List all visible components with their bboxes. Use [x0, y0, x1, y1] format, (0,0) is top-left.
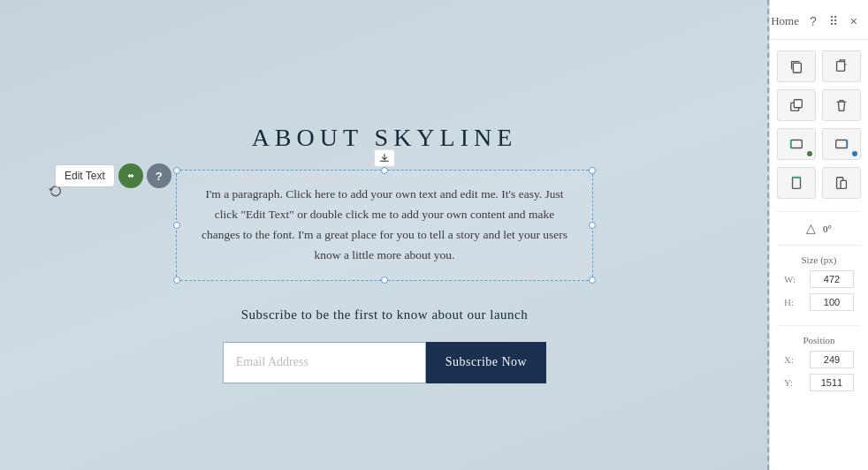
angle-row: △ 0° [777, 221, 861, 236]
panel-divider-1 [777, 211, 861, 212]
delete-button[interactable] [822, 89, 861, 121]
edit-text-button[interactable]: Edit Text [55, 164, 115, 187]
handle-bottom-right[interactable] [589, 277, 596, 284]
grid-icon: ⠿ [829, 14, 838, 28]
height-label: H: [784, 297, 794, 307]
email-input[interactable] [223, 342, 426, 383]
angle-icon: △ [806, 221, 816, 236]
close-icon: × [850, 14, 857, 28]
svg-rect-5 [836, 140, 848, 148]
handle-top-right[interactable] [589, 167, 596, 174]
copy-button[interactable] [777, 50, 816, 82]
panel-divider-3 [777, 325, 861, 326]
subscribe-row: Subscribe Now [223, 342, 546, 383]
size-title: Size (px) [784, 254, 854, 265]
panel-row-3 [777, 128, 861, 160]
paragraph-text[interactable]: I'm a paragraph. Click here to add your … [194, 185, 575, 266]
height-row: H: [784, 293, 854, 311]
canvas-area: ABOUT SKYLINE I'm a paragraph. Click her… [0, 0, 769, 470]
align-right-button[interactable] [822, 128, 861, 160]
arrows-icon-button[interactable] [118, 163, 143, 188]
download-indicator [374, 149, 395, 167]
align-top-button[interactable] [777, 167, 816, 199]
panel-home-label: Home [771, 14, 799, 28]
right-panel: Home ? ⠿ × [769, 0, 868, 470]
paragraph-box[interactable]: I'm a paragraph. Click here to add your … [176, 170, 593, 281]
svg-rect-0 [793, 63, 801, 72]
handle-top-center[interactable] [381, 167, 388, 174]
handle-middle-left[interactable] [173, 222, 180, 229]
size-section: Size (px) W: H: [777, 254, 861, 316]
x-row: X: [784, 351, 854, 368]
svg-rect-8 [841, 180, 846, 188]
handle-middle-right[interactable] [589, 222, 596, 229]
panel-close-button[interactable]: × [849, 12, 859, 30]
position-section: Position X: Y: [777, 335, 861, 397]
x-input[interactable] [810, 351, 854, 368]
svg-rect-6 [793, 178, 801, 189]
handle-bottom-left[interactable] [173, 277, 180, 284]
about-heading: ABOUT SKYLINE [252, 124, 518, 152]
height-input[interactable] [810, 293, 854, 311]
align-dot-green [807, 151, 812, 156]
width-label: W: [784, 274, 796, 284]
svg-rect-3 [794, 100, 802, 108]
y-row: Y: [784, 374, 854, 391]
panel-grid-button[interactable]: ⠿ [827, 12, 840, 30]
width-row: W: [784, 270, 854, 288]
y-input[interactable] [810, 374, 854, 391]
align-dot-blue [852, 151, 857, 156]
content-wrapper: ABOUT SKYLINE I'm a paragraph. Click her… [0, 0, 769, 470]
y-label: Y: [784, 377, 793, 388]
x-label: X: [784, 354, 794, 365]
angle-value: 0° [823, 224, 832, 234]
align-left-button[interactable] [777, 128, 816, 160]
panel-row-1 [777, 50, 861, 82]
panel-row-2 [777, 89, 861, 121]
align-bottom-button[interactable] [822, 167, 861, 199]
handle-bottom-center[interactable] [381, 277, 388, 284]
panel-row-4 [777, 167, 861, 199]
duplicate-button[interactable] [777, 89, 816, 121]
position-title: Position [784, 335, 854, 345]
subscribe-label: Subscribe to be the first to know about … [241, 307, 529, 322]
svg-rect-4 [791, 140, 803, 148]
help-icon: ? [810, 14, 817, 28]
subscribe-button[interactable]: Subscribe Now [426, 342, 546, 383]
panel-body: △ 0° Size (px) W: H: Position X: [770, 40, 868, 407]
paste-button[interactable] [822, 50, 861, 82]
width-input[interactable] [810, 270, 854, 288]
question-mark: ? [156, 170, 163, 183]
panel-header: Home ? ⠿ × [770, 0, 868, 40]
edit-toolbar: Edit Text ? [55, 163, 171, 188]
panel-divider-2 [777, 245, 861, 246]
help-icon-button[interactable]: ? [147, 163, 171, 188]
panel-help-button[interactable]: ? [808, 12, 819, 30]
svg-rect-1 [837, 62, 845, 72]
handle-top-left[interactable] [173, 167, 180, 174]
